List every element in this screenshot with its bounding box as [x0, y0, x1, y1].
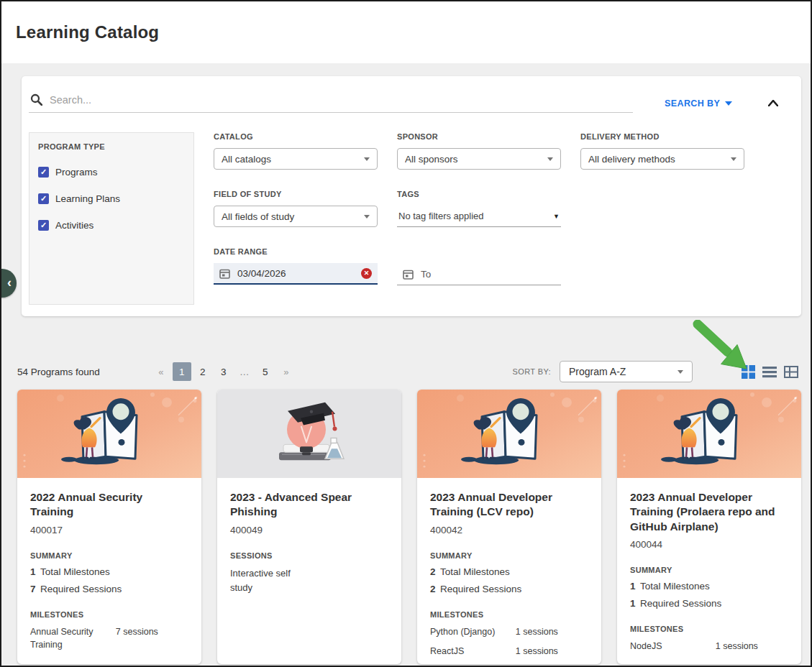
sponsor-select[interactable]: All sponsors	[397, 148, 561, 170]
pagination-next[interactable]: »	[277, 362, 296, 381]
program-cards-grid: 2022 Annual Security Training 400017 SUM…	[17, 390, 801, 664]
collapse-filters-button[interactable]	[768, 100, 778, 106]
checkbox-checked-icon[interactable]: ✓	[38, 193, 49, 204]
summary-row: 1 Total Milestones	[630, 581, 788, 592]
sponsor-value: All sponsors	[405, 154, 547, 165]
pagination-page-2[interactable]: 2	[193, 362, 212, 381]
milestone-sessions: 7 sessions	[116, 625, 188, 651]
pagination-prev[interactable]: «	[152, 362, 170, 381]
filter-body: PROGRAM TYPE ✓ Programs ✓ Learning Plans…	[22, 113, 801, 305]
summary-row: 2 Required Sessions	[430, 584, 588, 594]
drawer-toggle-button[interactable]: ‹	[0, 269, 17, 298]
summary-text: Total Milestones	[640, 581, 710, 592]
clear-date-button[interactable]: ✕	[361, 268, 372, 279]
date-to-input[interactable]: To	[397, 264, 561, 285]
list-view-button[interactable]	[762, 366, 777, 378]
pagination-page-1[interactable]: 1	[173, 362, 191, 381]
catalog-field: CATALOG All catalogs	[214, 132, 378, 170]
sort-select[interactable]: Program A-Z	[560, 361, 693, 382]
field-of-study-value: All fields of study	[222, 211, 364, 222]
card-section-label: MILESTONES	[30, 610, 188, 619]
filter-panel: SEARCH BY PROGRAM TYPE ✓ Programs ✓ Lear…	[22, 76, 801, 316]
summary-number: 2	[430, 566, 440, 577]
catalog-select[interactable]: All catalogs	[214, 148, 378, 170]
field-of-study-select[interactable]: All fields of study	[214, 206, 378, 227]
date-to-placeholder: To	[421, 269, 431, 280]
card-body: 2022 Annual Security Training 400017 SUM…	[17, 478, 201, 651]
card-hero-image	[217, 390, 401, 478]
card-section-label: MILESTONES	[430, 610, 588, 619]
chevron-left-icon: ‹	[7, 274, 12, 291]
program-card-2[interactable]: 2023 - Advanced Spear Phishing 400049 SE…	[217, 390, 401, 664]
table-view-button[interactable]	[784, 366, 798, 378]
pagination-page-3[interactable]: 3	[214, 362, 233, 381]
calendar-icon	[403, 269, 414, 280]
sort-by-label: SORT BY:	[512, 367, 551, 376]
pagination: «123…5»	[152, 362, 298, 381]
summary-text: Total Milestones	[40, 566, 110, 577]
chevron-up-icon	[768, 100, 778, 106]
card-title: 2023 - Advanced Spear Phishing	[230, 490, 388, 520]
checkbox-row-activities[interactable]: ✓ Activities	[38, 220, 185, 231]
milestone-sessions: 1 sessions	[516, 625, 588, 638]
summary-text: Required Sessions	[40, 584, 122, 594]
sessions-text: Interactive self study	[230, 566, 308, 595]
summary-text: Required Sessions	[440, 584, 521, 594]
card-hero-image	[617, 390, 801, 478]
milestone-name: Python (Django)	[430, 625, 516, 638]
delivery-method-value: All delivery methods	[588, 154, 731, 165]
tags-value: No tag filters applied	[398, 211, 553, 221]
card-section-label: SESSIONS	[230, 551, 388, 560]
summary-row: 1 Required Sessions	[630, 598, 788, 609]
map-pin-illustration	[417, 390, 601, 478]
delivery-method-select[interactable]: All delivery methods	[580, 148, 744, 170]
caret-down-icon	[547, 157, 553, 161]
catalog-label: CATALOG	[214, 132, 378, 141]
results-count: 54 Programs found	[17, 367, 100, 377]
card-id: 400017	[30, 525, 188, 535]
filter-grid: CATALOG All catalogs SPONSOR All sponsor…	[214, 132, 744, 305]
summary-number: 7	[30, 584, 40, 594]
milestone-row: Annual Security Training 7 sessions	[30, 625, 188, 651]
tags-select[interactable]: No tag filters applied ▼	[397, 206, 561, 227]
summary-row: 2 Total Milestones	[430, 566, 588, 577]
caret-down-icon	[678, 370, 683, 374]
sort-value: Program A-Z	[569, 366, 678, 377]
card-title: 2023 Annual Developer Training (LCV repo…	[430, 490, 588, 520]
card-title: 2023 Annual Developer Training (Prolaera…	[630, 490, 788, 534]
summary-row: 1 Total Milestones	[30, 566, 188, 577]
calendar-icon	[219, 268, 230, 279]
results-header: 54 Programs found «123…5» SORT BY: Progr…	[17, 359, 798, 384]
program-card-1[interactable]: 2022 Annual Security Training 400017 SUM…	[17, 390, 201, 664]
grid-view-button[interactable]	[742, 365, 755, 379]
checkbox-row-programs[interactable]: ✓ Programs	[38, 167, 185, 178]
sponsor-field: SPONSOR All sponsors	[397, 132, 561, 170]
map-pin-illustration	[617, 390, 801, 478]
checkbox-checked-icon[interactable]: ✓	[38, 220, 49, 231]
caret-down-icon	[364, 157, 370, 161]
card-title: 2022 Annual Security Training	[30, 490, 188, 520]
search-input[interactable]	[50, 94, 633, 106]
tags-field: TAGS No tag filters applied ▼	[397, 190, 561, 227]
date-from-input[interactable]: 03/04/2026 ✕	[214, 263, 378, 285]
delivery-method-label: DELIVERY METHOD	[580, 132, 744, 141]
summary-number: 1	[630, 581, 640, 592]
milestone-sessions: 1 sessions	[716, 640, 788, 653]
checkbox-label: Learning Plans	[55, 193, 120, 204]
sort-group: SORT BY: Program A-Z	[512, 361, 798, 382]
checkbox-row-learning-plans[interactable]: ✓ Learning Plans	[38, 193, 185, 204]
milestone-name: NodeJS	[630, 640, 716, 653]
checkbox-label: Programs	[55, 167, 98, 178]
card-hero-image	[17, 390, 201, 478]
caret-down-icon	[731, 157, 736, 161]
program-card-4[interactable]: 2023 Annual Developer Training (Prolaera…	[617, 390, 801, 664]
summary-number: 2	[430, 584, 440, 594]
search-by-dropdown[interactable]: SEARCH BY	[665, 98, 732, 109]
checkbox-label: Activities	[55, 220, 93, 231]
view-toggle-group	[734, 365, 798, 379]
pagination-page-5[interactable]: 5	[256, 362, 275, 381]
search-field[interactable]	[29, 93, 633, 113]
summary-row: 7 Required Sessions	[30, 584, 188, 594]
program-card-3[interactable]: 2023 Annual Developer Training (LCV repo…	[417, 390, 601, 664]
checkbox-checked-icon[interactable]: ✓	[38, 167, 49, 178]
